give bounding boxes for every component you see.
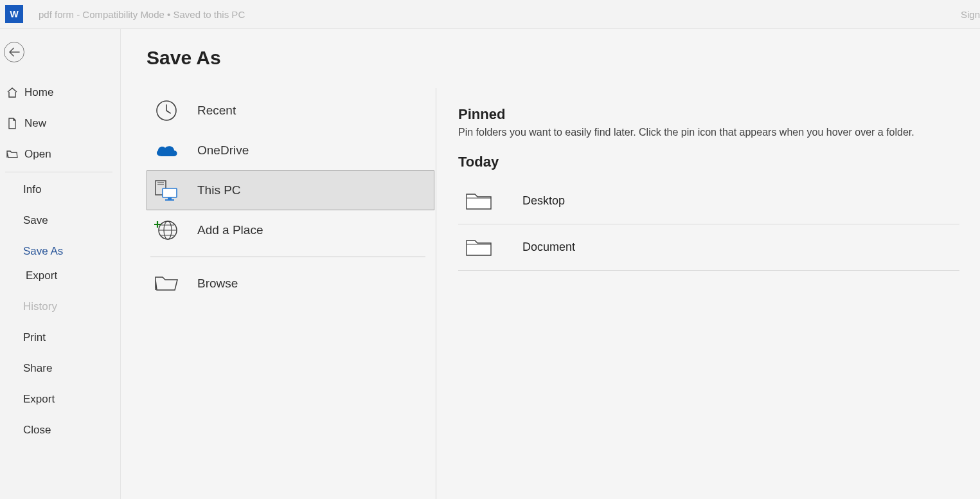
- folder-label: Document: [522, 240, 575, 254]
- svg-rect-4: [165, 199, 174, 201]
- add-place-icon: [154, 217, 179, 243]
- location-browse[interactable]: Browse: [147, 264, 434, 304]
- nav-label: Print: [23, 331, 46, 344]
- location-separator: [150, 257, 425, 257]
- nav-export[interactable]: Export: [0, 387, 120, 412]
- nav-info[interactable]: Info: [0, 177, 120, 202]
- pinned-heading: Pinned: [458, 106, 980, 123]
- location-add-place[interactable]: Add a Place: [147, 210, 434, 250]
- sign-in-link[interactable]: Sign: [961, 9, 980, 20]
- svg-rect-3: [168, 197, 172, 199]
- folder-icon: [465, 191, 493, 212]
- location-this-pc[interactable]: This PC: [147, 170, 434, 210]
- nav-label: Export: [23, 393, 55, 406]
- nav-print[interactable]: Print: [0, 325, 120, 350]
- nav-open[interactable]: Open: [0, 142, 120, 167]
- backstage-content: Save As Recent OneDrive This PC: [121, 29, 980, 499]
- save-locations-pane: Save As Recent OneDrive This PC: [121, 29, 436, 499]
- location-label: Add a Place: [197, 223, 263, 237]
- nav-save[interactable]: Save: [0, 208, 120, 233]
- nav-label: Info: [23, 183, 41, 196]
- folder-list-pane: Pinned Pin folders you want to easily fi…: [436, 88, 980, 499]
- nav-export-quick[interactable]: Export: [0, 264, 120, 288]
- location-label: Browse: [197, 277, 238, 291]
- svg-rect-2: [163, 188, 177, 197]
- title-bar: W pdf form - Compatibility Mode • Saved …: [0, 0, 980, 29]
- nav-close[interactable]: Close: [0, 418, 120, 442]
- nav-label: Close: [23, 424, 51, 437]
- folder-icon: [465, 237, 493, 258]
- nav-label: Open: [24, 148, 51, 161]
- nav-new[interactable]: New: [0, 111, 120, 136]
- location-onedrive[interactable]: OneDrive: [147, 131, 434, 170]
- folder-row[interactable]: Document: [458, 224, 959, 271]
- this-pc-icon: [154, 177, 179, 203]
- pinned-hint: Pin folders you want to easily find late…: [458, 127, 980, 138]
- nav-label: Save As: [23, 245, 63, 258]
- nav-label: Home: [24, 86, 53, 99]
- location-label: This PC: [197, 183, 241, 197]
- nav-label: Export: [26, 269, 57, 282]
- onedrive-icon: [154, 138, 179, 163]
- recent-icon: [154, 98, 179, 123]
- home-icon: [6, 87, 18, 98]
- location-label: OneDrive: [197, 143, 249, 158]
- word-app-icon: W: [5, 5, 23, 23]
- browse-folder-icon: [154, 271, 179, 296]
- nav-label: Share: [23, 362, 52, 375]
- document-title: pdf form - Compatibility Mode • Saved to…: [39, 9, 245, 20]
- nav-share[interactable]: Share: [0, 356, 120, 381]
- location-label: Recent: [197, 104, 236, 118]
- folder-label: Desktop: [522, 194, 565, 208]
- new-doc-icon: [6, 118, 18, 129]
- backstage-sidebar: Home New Open Info Save Save As Export H…: [0, 29, 121, 499]
- back-button[interactable]: [4, 42, 24, 62]
- nav-home[interactable]: Home: [0, 80, 120, 105]
- nav-save-as[interactable]: Save As: [0, 239, 120, 264]
- nav-label: History: [23, 300, 57, 313]
- folder-row[interactable]: Desktop: [458, 178, 959, 224]
- open-folder-icon: [6, 149, 18, 159]
- page-title: Save As: [147, 47, 436, 69]
- nav-label: New: [24, 117, 46, 130]
- today-heading: Today: [458, 154, 980, 170]
- nav-label: Save: [23, 214, 48, 227]
- nav-history: History: [0, 295, 120, 319]
- location-recent[interactable]: Recent: [147, 91, 434, 131]
